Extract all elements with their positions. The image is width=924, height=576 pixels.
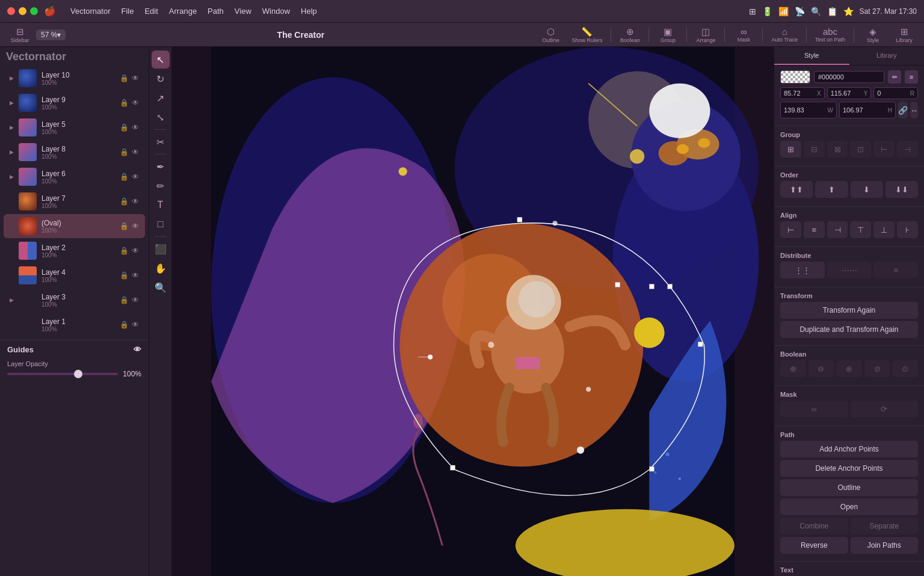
r-field[interactable]: 0 R: [873, 87, 918, 99]
menu-view[interactable]: View: [230, 4, 256, 18]
layer6-eye-icon[interactable]: 👁: [132, 173, 139, 181]
align-bottom-btn[interactable]: ⊦: [897, 221, 918, 238]
layer1-lock-icon[interactable]: 🔒: [120, 320, 129, 329]
outline-button[interactable]: Outline: [780, 479, 918, 496]
pen-tool[interactable]: ✒: [152, 158, 170, 176]
direct-select-tool[interactable]: ↗: [152, 89, 170, 107]
layer8-lock-icon[interactable]: 🔒: [120, 148, 129, 156]
opacity-thumb[interactable]: [74, 370, 82, 378]
layer10-lock-icon[interactable]: 🔒: [120, 74, 129, 82]
align-right-btn[interactable]: ⊣: [827, 221, 848, 238]
layer-item-layer3[interactable]: ▶ Layer 3 100% 🔒 👁: [4, 288, 145, 312]
align-top-btn[interactable]: ⊤: [850, 221, 871, 238]
menu-arrange[interactable]: Arrange: [164, 4, 202, 18]
layer8-eye-icon[interactable]: 👁: [132, 148, 139, 156]
x-field[interactable]: 85.72 X: [780, 87, 825, 99]
layer-item-layer6[interactable]: ▶ Layer 6 100% 🔒 👁: [4, 165, 145, 189]
transform-tool[interactable]: ⤡: [152, 108, 170, 126]
layer5-lock-icon[interactable]: 🔒: [120, 123, 129, 132]
guides-eye-icon[interactable]: 👁: [134, 345, 141, 354]
layer10-eye-icon[interactable]: 👁: [132, 74, 139, 82]
layer-item-layer9[interactable]: ▶ Layer 9 100% 🔒 👁: [4, 91, 145, 115]
dist-h-btn[interactable]: ⋮⋮: [780, 262, 825, 278]
fill-tool[interactable]: ⬛: [152, 240, 170, 258]
color-add-button[interactable]: ≡: [905, 70, 918, 84]
layer2-lock-icon[interactable]: 🔒: [120, 247, 129, 255]
menu-path[interactable]: Path: [203, 4, 229, 18]
add-anchor-points-button[interactable]: Add Anchor Points: [780, 441, 918, 458]
layer-item-layer5[interactable]: ▶ Layer 5 100% 🔒 👁: [4, 115, 145, 139]
menu-file[interactable]: File: [117, 4, 139, 18]
order-forward-btn[interactable]: ⬆: [815, 181, 848, 198]
group-button[interactable]: ▣ Group: [653, 25, 683, 45]
arrange-button[interactable]: ◫ Arrange: [691, 25, 721, 45]
layer-item-layer10[interactable]: ▶ Layer 10 100% 🔒 👁: [4, 66, 145, 90]
layer7-eye-icon[interactable]: 👁: [132, 197, 139, 206]
select-tool[interactable]: ↖: [152, 51, 170, 69]
layer5-eye-icon[interactable]: 👁: [132, 123, 139, 132]
align-center-h-btn[interactable]: ≡: [804, 221, 825, 238]
layer-item-layer4[interactable]: ▶ Layer 4 100% 🔒 👁: [4, 263, 145, 287]
layer3-lock-icon[interactable]: 🔒: [120, 296, 129, 304]
layer1-eye-icon[interactable]: 👁: [132, 320, 139, 329]
layer-item-layer2[interactable]: ▶ Layer 2 100% 🔒 👁: [4, 239, 145, 263]
layer4-lock-icon[interactable]: 🔒: [120, 271, 129, 280]
opacity-slider[interactable]: [7, 373, 118, 375]
color-hex-value[interactable]: #000000: [814, 71, 884, 83]
shape-tool[interactable]: □: [152, 215, 170, 233]
open-button[interactable]: Open: [780, 498, 918, 515]
mask-button[interactable]: ∞ Mask: [728, 25, 759, 44]
transform-again-button[interactable]: Transform Again: [780, 302, 918, 319]
text-on-path-button[interactable]: abc Text on Path: [810, 25, 850, 44]
h-field[interactable]: 106.97 H: [839, 102, 896, 118]
layer7-lock-icon[interactable]: 🔒: [120, 197, 129, 206]
layer3-eye-icon[interactable]: 👁: [132, 296, 139, 304]
layer2-eye-icon[interactable]: 👁: [132, 247, 139, 255]
order-back-btn[interactable]: ⬇⬇: [886, 181, 918, 198]
delete-anchor-points-button[interactable]: Delete Anchor Points: [780, 460, 918, 477]
hand-tool[interactable]: ✋: [152, 259, 170, 277]
layer-item-layer8[interactable]: ▶ Layer 8 100% 🔒 👁: [4, 140, 145, 164]
minimize-button[interactable]: [19, 7, 26, 15]
layer9-eye-icon[interactable]: 👁: [132, 99, 139, 107]
group-btn1[interactable]: ⊞: [780, 141, 801, 158]
type-tool[interactable]: T: [152, 196, 170, 214]
zoom-level[interactable]: 57 % ▾: [36, 29, 66, 40]
order-front-btn[interactable]: ⬆⬆: [780, 181, 813, 198]
auto-trace-button[interactable]: ⌂ Auto Trace: [766, 25, 802, 44]
duplicate-transform-button[interactable]: Duplicate and Transform Again: [780, 321, 918, 338]
oval-lock-icon[interactable]: 🔒: [120, 222, 129, 230]
tab-library[interactable]: Library: [849, 47, 925, 65]
close-button[interactable]: [7, 7, 15, 15]
layer4-eye-icon[interactable]: 👁: [132, 271, 139, 280]
layer-item-oval[interactable]: ▶ (Oval) 100% 🔒 👁: [4, 214, 145, 238]
layer6-lock-icon[interactable]: 🔒: [120, 173, 129, 181]
align-left-btn[interactable]: ⊢: [780, 221, 801, 238]
reverse-button[interactable]: Reverse: [780, 537, 848, 554]
lock-aspect-button[interactable]: 🔗: [898, 102, 908, 118]
join-paths-button[interactable]: Join Paths: [851, 537, 919, 554]
color-swatch[interactable]: [780, 70, 810, 84]
rotate-tool[interactable]: ↻: [152, 70, 170, 88]
outline-button[interactable]: ⬡ Outline: [535, 25, 565, 45]
flip-button[interactable]: ↔: [910, 102, 918, 118]
pencil-tool[interactable]: ✏: [152, 177, 170, 195]
layer-item-layer1[interactable]: ▶ Layer 1 100% 🔒 👁: [4, 313, 145, 337]
menu-help[interactable]: Help: [296, 4, 322, 18]
style-button[interactable]: ◈ Style: [858, 25, 888, 45]
menu-window[interactable]: Window: [257, 4, 295, 18]
tab-style[interactable]: Style: [774, 47, 849, 65]
layer-item-layer7[interactable]: ▶ Layer 7 100% 🔒 👁: [4, 189, 145, 213]
layer9-lock-icon[interactable]: 🔒: [120, 99, 129, 107]
color-edit-button[interactable]: ✏: [888, 70, 901, 84]
oval-eye-icon[interactable]: 👁: [132, 222, 139, 230]
menu-app[interactable]: Vectornator: [66, 4, 116, 18]
show-rulers-button[interactable]: 📏 Show Rulers: [567, 25, 607, 45]
boolean-button[interactable]: ⊕ Boolean: [615, 25, 645, 45]
y-field[interactable]: 115.67 Y: [827, 87, 872, 99]
sidebar-toggle-button[interactable]: ⊟ Sidebar: [5, 25, 35, 45]
zoom-tool[interactable]: 🔍: [152, 278, 170, 296]
align-center-v-btn[interactable]: ⊥: [873, 221, 895, 238]
w-field[interactable]: 139.83 W: [780, 102, 837, 118]
menu-edit[interactable]: Edit: [140, 4, 162, 18]
